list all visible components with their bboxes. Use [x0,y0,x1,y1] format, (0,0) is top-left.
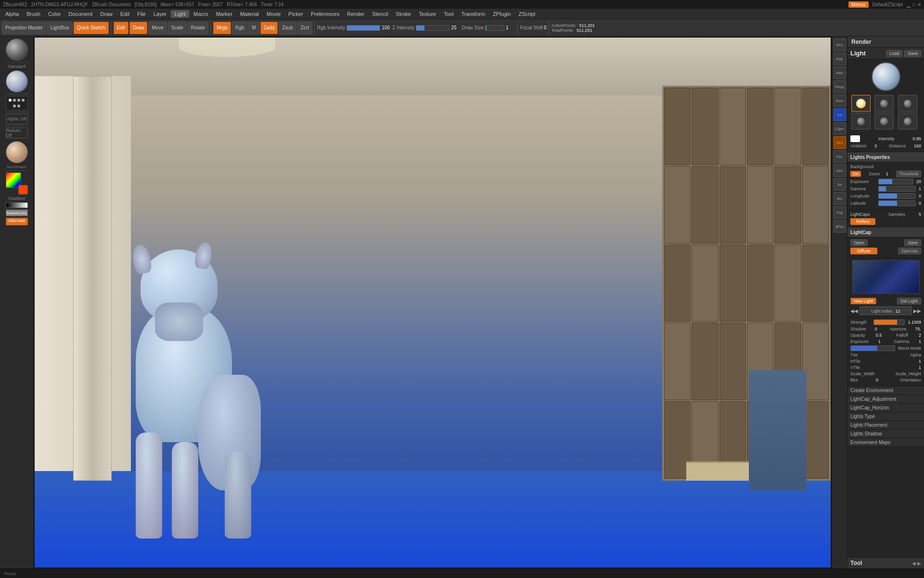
lightbox-btn[interactable]: LightBox [47,22,73,34]
menu-transform[interactable]: Transform [458,10,488,18]
light-thumb-6[interactable] [898,113,917,130]
menu-zscript[interactable]: ZScript [515,10,539,18]
menu-material[interactable]: Material [237,10,262,18]
open-btn[interactable]: Open [850,239,868,246]
light-main-preview[interactable] [872,62,900,91]
viewport[interactable] [35,38,831,567]
scale-icon-btn[interactable]: Scl [834,178,846,191]
menu-picker[interactable]: Picker [285,10,307,18]
menu-file[interactable]: File [134,10,149,18]
menus-btn[interactable]: Menus [848,1,869,8]
menu-zplugin[interactable]: ZPlugin [489,10,514,18]
strength-slider[interactable] [873,319,905,325]
blend-slider[interactable] [850,345,895,351]
light-thumb-2[interactable] [874,95,894,112]
edit-btn[interactable]: Edit [114,22,128,34]
zadd-btn[interactable]: Zadd [260,22,278,34]
window-controls[interactable]: ▁ □ ✕ [907,2,921,7]
draw-btn[interactable]: Draw [129,22,147,34]
lights-shadow-btn[interactable]: Lights Shadow [847,430,924,438]
alternate-btn[interactable]: Alternate [6,218,28,225]
local-btn[interactable]: Lcl [834,108,846,121]
apose-btn[interactable]: APse [834,220,846,233]
lights-placement-btn[interactable]: Lights Placement [847,421,924,430]
exposure-slider[interactable] [878,179,913,184]
menu-alpha[interactable]: Alpha [2,10,22,18]
material-sphere[interactable] [6,70,28,92]
light-thumb-1[interactable] [851,95,871,112]
menu-marker[interactable]: Marker [213,10,236,18]
move-btn[interactable]: Move [148,22,167,34]
reflect-btn[interactable]: Reflect [850,218,875,225]
floor-btn[interactable]: Floor [834,94,846,107]
projection-master-btn[interactable]: Projection Master [2,22,46,34]
create-environment-btn[interactable]: Create Environment [847,386,924,395]
menu-document[interactable]: Document [65,10,96,18]
menu-stroke[interactable]: Stroke [392,10,414,18]
quick-sketch-btn[interactable]: Quick Sketch [74,22,109,34]
save-btn[interactable]: Save [904,50,921,57]
menu-edit[interactable]: Edit [117,10,133,18]
texture-off-btn[interactable]: Texture: Off [6,128,28,138]
lightcap-horizon-btn[interactable]: LightCap_Horizon [847,404,924,412]
m-btn[interactable]: M [248,22,259,34]
scale-btn[interactable]: Scale [168,22,187,34]
skinshader-sphere[interactable] [6,141,28,163]
menu-light[interactable]: Light [171,10,189,18]
threshold-btn[interactable]: Threshold [896,171,921,177]
xyz-btn[interactable]: XYZ [834,136,846,149]
menu-brush[interactable]: Brush [23,10,44,18]
menu-color[interactable]: Color [45,10,64,18]
save-lc-btn[interactable]: Save [904,239,921,246]
poly-btn[interactable]: Poly [834,53,846,65]
zbrush-logo[interactable] [6,39,28,61]
menu-preferences[interactable]: Preferences [308,10,343,18]
environment-maps-btn[interactable]: Environment Maps [847,438,924,447]
move-icon-btn[interactable]: Mov [834,164,846,177]
load-btn[interactable]: Load [886,50,902,57]
frame-btn[interactable]: Frm [834,150,846,163]
lights-type-btn[interactable]: Lights Type [847,412,924,421]
brush-dots[interactable] [6,96,28,110]
rgb-intensity-slider[interactable] [346,25,380,31]
light-thumb-4[interactable] [851,113,871,130]
light-index-prev[interactable]: ◀◀ [850,308,858,314]
aahalf-btn[interactable]: AAH [834,66,846,79]
rotate-icon-btn[interactable]: Rot [834,192,846,205]
del-light-btn[interactable]: Del Light [897,298,921,304]
latitude-slider[interactable] [878,200,916,206]
draw-size-slider[interactable] [485,25,504,31]
menu-tool[interactable]: Tool [440,10,457,18]
specular-btn[interactable]: Specular [898,248,921,254]
persp-btn[interactable]: Persp [834,80,846,93]
diffuse-btn[interactable]: Diffuse [850,248,877,254]
light-index-next[interactable]: ▶▶ [913,308,921,314]
z-intensity-slider[interactable] [416,25,449,31]
light-thumb-5[interactable] [874,113,894,130]
new-light-btn[interactable]: New Light [850,298,876,304]
alpha-off-btn[interactable]: Alpha: Off [6,114,28,124]
intensity-color-swatch[interactable] [850,135,860,142]
canvas-area[interactable] [34,37,832,568]
light-index-display[interactable]: Light Index 12 [860,306,912,315]
zcrt-btn[interactable]: Zcrt [297,22,312,34]
color-picker-area[interactable] [6,172,28,195]
longitude-slider[interactable] [878,193,916,199]
menu-draw[interactable]: Draw [97,10,116,18]
gamma-slider[interactable] [878,186,916,192]
on-btn[interactable]: On [850,171,861,177]
gradient-bar[interactable] [6,202,28,208]
mrgb-btn[interactable]: Mrgb [213,22,231,34]
rotate-btn[interactable]: Rotate [188,22,208,34]
zsub-btn[interactable]: Zsub [279,22,296,34]
menu-render[interactable]: Render [344,10,368,18]
menu-movie[interactable]: Movie [263,10,284,18]
lightcap-preview[interactable] [852,260,920,294]
transp-btn[interactable]: Trsp [834,206,846,219]
menu-texture[interactable]: Texture [415,10,439,18]
lightcap-adjustment-btn[interactable]: LightCap_Adjustment [847,395,924,404]
switch-color-btn[interactable]: SwitchColor [6,210,28,216]
lsym-btn[interactable]: LSym [834,122,846,135]
menu-layer[interactable]: Layer [150,10,170,18]
menu-macro[interactable]: Macro [190,10,212,18]
